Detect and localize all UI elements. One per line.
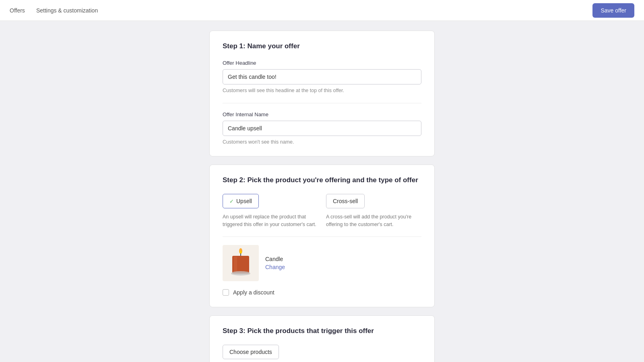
offer-type-row: ✓ Upsell An upsell will replace the prod… [223,194,421,228]
upsell-col: ✓ Upsell An upsell will replace the prod… [223,194,318,228]
crosssell-description: A cross-sell will add the product you're… [326,213,421,228]
headline-hint: Customers will see this headline at the … [223,88,421,93]
product-info: Candle Change [265,256,285,270]
crosssell-col: Cross-sell A cross-sell will add the pro… [326,194,421,228]
internal-name-input[interactable] [223,121,421,136]
crosssell-label: Cross-sell [333,198,358,204]
nav-offers[interactable]: Offers [10,7,25,14]
field-divider [223,103,421,103]
internal-name-hint: Customers won't see this name. [223,139,421,145]
svg-rect-2 [240,253,241,256]
svg-point-1 [240,251,242,254]
main-content: Step 1: Name your offer Offer Headline C… [209,21,435,362]
upsell-button[interactable]: ✓ Upsell [223,194,259,208]
apply-discount-row: Apply a discount [223,289,421,296]
product-name: Candle [265,256,285,262]
nav-settings[interactable]: Settings & customization [36,7,98,14]
choose-products-button[interactable]: Choose products [223,345,279,359]
step1-title: Step 1: Name your offer [223,42,421,50]
headline-field-group: Offer Headline Customers will see this h… [223,60,421,93]
step2-card: Step 2: Pick the product you're offering… [209,165,435,307]
headline-label: Offer Headline [223,60,421,66]
apply-discount-label: Apply a discount [233,289,275,296]
svg-point-6 [232,271,250,274]
nav-links: Offers Settings & customization [10,7,98,14]
save-offer-button[interactable]: Save offer [592,3,634,18]
product-change-link[interactable]: Change [265,264,285,270]
product-row: Candle Change [223,245,421,281]
apply-discount-checkbox[interactable] [223,289,229,296]
headline-input[interactable] [223,69,421,84]
upsell-description: An upsell will replace the product that … [223,213,318,228]
upsell-label: Upsell [236,198,252,204]
top-navigation: Offers Settings & customization Save off… [0,0,644,21]
step1-card: Step 1: Name your offer Offer Headline C… [209,31,435,156]
internal-name-label: Offer Internal Name [223,111,421,117]
candle-svg [227,247,255,279]
step3-title: Step 3: Pick the products that trigger t… [223,327,421,335]
product-image [223,245,259,281]
upsell-checkmark: ✓ [229,198,234,204]
crosssell-button[interactable]: Cross-sell [326,194,365,208]
product-divider [223,237,421,237]
step3-card: Step 3: Pick the products that trigger t… [209,315,435,362]
internal-name-field-group: Offer Internal Name Customers won't see … [223,111,421,145]
svg-rect-4 [234,257,237,273]
step2-title: Step 2: Pick the product you're offering… [223,176,421,184]
